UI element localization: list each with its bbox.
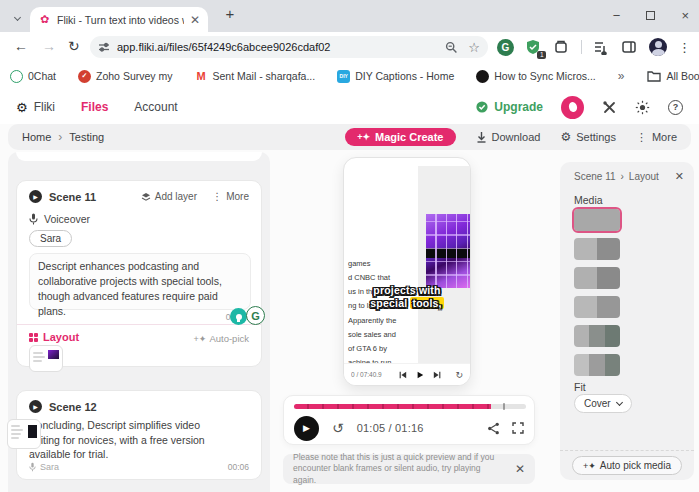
scene-text[interactable]: Concluding, Descript simplifies video ed… <box>29 418 211 462</box>
window-close-button[interactable]: × <box>681 8 689 23</box>
preview-time: 0 / 07:40.9 <box>351 371 385 378</box>
theme-toggle-button[interactable] <box>635 100 650 115</box>
zoho-favicon: ✓ <box>78 70 91 83</box>
nav-account[interactable]: Account <box>134 100 177 114</box>
share-icon[interactable] <box>487 422 500 435</box>
window-minimize-button[interactable]: − <box>613 8 621 23</box>
extension-grammarly-icon[interactable]: G <box>497 39 514 56</box>
fliki-favicon-icon: ✿ <box>40 14 51 25</box>
thumbnail-media <box>28 425 37 438</box>
bookmark-star-icon[interactable]: ☆ <box>468 40 480 55</box>
voice-chip[interactable]: Sara <box>29 230 72 247</box>
next-frame-button[interactable] <box>433 371 441 379</box>
bookmark-label: Zoho Survey my <box>96 70 172 82</box>
forward-button[interactable]: → <box>42 38 56 54</box>
browser-tab[interactable]: ✿ Fliki - Turn text into videos with ✕ <box>30 7 208 32</box>
help-button[interactable]: ? <box>668 100 683 115</box>
media-swatch-1[interactable] <box>574 209 620 231</box>
more-label: More <box>652 131 677 143</box>
reload-button[interactable]: ↻ <box>68 38 80 54</box>
new-tab-button[interactable]: + <box>220 5 240 25</box>
upgrade-button[interactable]: Upgrade <box>475 100 543 114</box>
scene-more-button[interactable]: ⋮ More <box>212 191 249 202</box>
scene-12-card[interactable]: ▶ Scene 12 Concluding, Descript simplifi… <box>16 390 262 480</box>
scene-thumbnail[interactable] <box>7 419 41 449</box>
progress-bar[interactable] <box>294 404 526 409</box>
panel-breadcrumb-scene[interactable]: Scene 11 <box>574 171 616 182</box>
extensions-row: G 1 ⋮ <box>497 36 691 58</box>
fullscreen-icon[interactable] <box>512 422 524 434</box>
rotate-device-icon[interactable]: ↻ <box>455 370 463 380</box>
bookmark-item[interactable]: M Sent Mail - sharqafa... <box>194 70 315 83</box>
progress-marker <box>503 403 505 410</box>
scene-more-label: More <box>226 191 249 202</box>
sparkle-icon: +✦ <box>194 334 207 344</box>
address-bar[interactable]: app.fliki.ai/files/65f4249c6abcee9026cda… <box>90 36 488 58</box>
upgrade-label: Upgrade <box>494 100 543 114</box>
tab-close-icon[interactable]: ✕ <box>190 13 200 27</box>
more-button[interactable]: ⋮ More <box>636 131 677 144</box>
media-swatch-3[interactable] <box>574 267 620 289</box>
voiceover-label: Voiceover <box>44 213 90 225</box>
download-button[interactable]: Download <box>476 131 541 143</box>
media-swatch-6[interactable] <box>574 354 620 376</box>
magic-create-button[interactable]: +✦ Magic Create <box>345 128 455 146</box>
media-swatch-4[interactable] <box>574 296 620 318</box>
auto-pick-label: Auto-pick <box>209 333 249 344</box>
caption-overlay: projects with special tools, <box>344 284 470 310</box>
bookmark-item[interactable]: ✓ Zoho Survey my <box>78 70 172 83</box>
scene-play-icon[interactable]: ▶ <box>29 400 42 413</box>
upgrade-badge-icon <box>475 100 489 114</box>
breadcrumb-home[interactable]: Home <box>22 131 51 143</box>
tab-search-button[interactable] <box>8 8 26 26</box>
gmail-favicon: M <box>194 70 207 83</box>
all-bookmarks-button[interactable]: All Bookmarks <box>647 70 699 82</box>
bookmarks-bar: 0Chat ✓ Zoho Survey my M Sent Mail - sha… <box>0 62 699 90</box>
user-avatar-button[interactable] <box>561 96 584 119</box>
bookmark-item[interactable]: DIY DIY Captions - Home <box>337 70 454 83</box>
bookmark-item[interactable]: 0Chat <box>10 70 56 83</box>
preview-play-button[interactable] <box>416 371 424 379</box>
profile-avatar[interactable] <box>649 38 667 56</box>
notice-close-icon[interactable]: ✕ <box>515 462 525 476</box>
fit-select[interactable]: Cover <box>574 394 632 413</box>
brand-label: Fliki <box>34 100 55 114</box>
panel-close-icon[interactable]: ✕ <box>675 170 684 183</box>
scene-11-card[interactable]: ▶ Scene 11 Add layer ⋮ More Voiceover Sa… <box>16 180 262 367</box>
play-button[interactable]: ▶ <box>294 416 319 441</box>
layout-thumbnail[interactable] <box>29 345 63 372</box>
back-button[interactable]: ← <box>14 38 28 54</box>
settings-button[interactable]: ⚙ Settings <box>560 130 616 144</box>
nav-fliki[interactable]: ⚙ Fliki <box>16 100 55 115</box>
layout-label: Layout <box>43 331 79 343</box>
video-preview[interactable]: games d CNBC that us in the g ng to laun… <box>343 157 471 386</box>
site-info-icon[interactable] <box>98 41 110 53</box>
zoom-icon[interactable] <box>445 41 458 54</box>
previous-frame-button[interactable] <box>399 371 407 379</box>
replay-button[interactable]: ↺ <box>332 420 344 436</box>
caption-line: special tools, <box>344 297 470 310</box>
bookmark-item[interactable]: How to Sync Micros... <box>476 70 596 83</box>
media-swatch-5[interactable] <box>574 325 620 347</box>
browser-menu-button[interactable]: ⋮ <box>678 40 691 55</box>
window-maximize-button[interactable] <box>646 11 655 20</box>
auto-pick-button[interactable]: +✦ Auto-pick <box>194 333 249 344</box>
auto-pick-media-button[interactable]: +✦ Auto pick media <box>572 456 682 475</box>
extension-guard-icon[interactable]: 1 <box>525 39 542 56</box>
add-layer-button[interactable]: Add layer <box>141 191 197 202</box>
media-label: Media <box>574 194 603 206</box>
grammarly-overlay-icon[interactable]: G <box>246 306 265 325</box>
reading-list-button[interactable] <box>593 39 610 56</box>
side-panel-button[interactable] <box>621 39 638 56</box>
extension-other-icon[interactable] <box>553 39 570 56</box>
settings-label: Settings <box>576 131 616 143</box>
download-icon <box>476 131 487 143</box>
tools-button[interactable] <box>602 100 617 115</box>
tip-lightbulb-icon[interactable] <box>230 308 247 325</box>
scene-play-icon[interactable]: ▶ <box>29 190 42 203</box>
layout-section-button[interactable]: Layout <box>29 331 79 343</box>
scene-script-textarea[interactable]: Descript enhances podcasting and collabo… <box>29 253 251 310</box>
nav-files[interactable]: Files <box>81 100 108 114</box>
media-swatch-2[interactable] <box>574 238 620 260</box>
bookmarks-overflow-button[interactable]: » <box>618 69 624 83</box>
